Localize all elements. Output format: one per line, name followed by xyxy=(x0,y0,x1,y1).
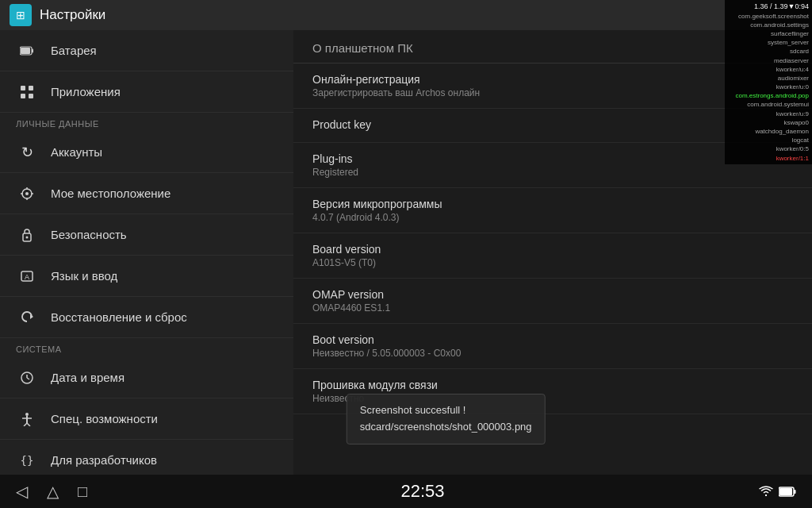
sidebar-item-datetime[interactable]: Дата и время xyxy=(0,357,293,398)
svg-rect-3 xyxy=(21,86,25,90)
row-subtitle: Зарегистрировать ваш Archos онлайн xyxy=(312,87,793,98)
svg-rect-5 xyxy=(21,94,25,98)
sidebar: БатареяПриложенияЛИЧНЫЕ ДАННЫЕ↻АккаунтыМ… xyxy=(0,30,293,475)
row-title: Онлайн-регистрация xyxy=(312,73,793,86)
row-title: Product key xyxy=(312,118,793,131)
row-title: OMAP version xyxy=(312,288,793,301)
sidebar-label-datetime: Дата и время xyxy=(51,371,124,384)
row-title: Board version xyxy=(312,243,793,256)
row-subtitle: A101S-V5 (T0) xyxy=(312,257,793,268)
sidebar-label-accounts: Аккаунты xyxy=(51,145,102,159)
sidebar-item-security[interactable]: Безопасность xyxy=(0,214,293,256)
content-row[interactable]: Boot versionНеизвестно / 5.05.000003 - C… xyxy=(293,324,812,369)
row-title: Версия микропрограммы xyxy=(312,198,793,210)
clock: 22:53 xyxy=(401,481,445,502)
accounts-icon: ↻ xyxy=(16,144,38,161)
sidebar-item-apps[interactable]: Приложения xyxy=(0,71,293,113)
toast-line1: Screenshot succesfull ! xyxy=(360,404,466,416)
content-row[interactable]: Board versionA101S-V5 (T0) xyxy=(293,233,812,279)
sidebar-item-language[interactable]: AЯзык и ввод xyxy=(0,256,293,297)
row-subtitle: Registered xyxy=(312,167,793,178)
row-subtitle: OMAP4460 ES1.1 xyxy=(312,302,793,314)
svg-rect-2 xyxy=(32,48,33,52)
sidebar-label-language: Язык и ввод xyxy=(51,269,117,283)
sidebar-item-backup[interactable]: Восстановление и сброс xyxy=(0,297,293,338)
status-processes: surfaceflinger system_server sdcard medi… xyxy=(728,29,809,163)
row-subtitle: Неизвестно / 5.05.000003 - C0x00 xyxy=(312,348,793,359)
wifi-icon xyxy=(758,485,774,498)
recents-button[interactable]: □ xyxy=(78,483,87,501)
sidebar-item-location[interactable]: Мое местоположение xyxy=(0,173,293,214)
status-app2: com.android.settings xyxy=(728,21,809,29)
top-bar: ⊞ Настройки xyxy=(0,0,812,30)
content-row[interactable]: OMAP versionOMAP4460 ES1.1 xyxy=(293,279,812,324)
svg-rect-32 xyxy=(794,490,796,494)
battery-icon xyxy=(779,487,796,497)
sidebar-section-label: СИСТЕМА xyxy=(0,338,293,357)
sidebar-label-battery: Батарея xyxy=(51,44,97,57)
row-title: Plug-ins xyxy=(312,152,793,165)
location-icon xyxy=(16,187,38,201)
svg-text:A: A xyxy=(25,273,29,281)
sidebar-label-apps: Приложения xyxy=(51,85,121,98)
row-title: Boot version xyxy=(312,333,793,346)
accessibility-icon xyxy=(16,412,38,426)
apps-icon xyxy=(16,85,38,99)
svg-point-8 xyxy=(25,192,29,195)
toast-notification: Screenshot succesfull ! sdcard/screensho… xyxy=(347,394,546,444)
row-title: Прошивка модуля связи xyxy=(312,379,793,391)
svg-line-25 xyxy=(27,423,30,426)
language-icon: A xyxy=(16,269,38,283)
sidebar-label-backup: Восстановление и сброс xyxy=(51,310,187,324)
svg-line-24 xyxy=(24,423,27,426)
security-icon xyxy=(16,228,38,242)
battery-icon xyxy=(16,46,38,56)
svg-rect-31 xyxy=(779,488,792,495)
status-overlay: 1.36 / 1.39▼0:94 com.geeksoft.screenshot… xyxy=(725,0,812,164)
toast-line2: sdcard/screenshots/shot_000003.png xyxy=(360,421,532,433)
sidebar-item-developer[interactable]: {}Для разработчиков xyxy=(0,440,293,475)
page-title: Настройки xyxy=(40,7,105,23)
home-button[interactable]: △ xyxy=(47,482,59,501)
status-app1: com.geeksoft.screenshot xyxy=(728,12,809,21)
back-button[interactable]: ◁ xyxy=(16,482,28,501)
settings-icon: ⊞ xyxy=(10,4,32,26)
datetime-icon xyxy=(16,371,38,385)
content-row[interactable]: Версия микропрограммы4.0.7 (Android 4.0.… xyxy=(293,188,812,233)
bottom-bar: ◁ △ □ 22:53 xyxy=(0,475,812,508)
sidebar-section-label: ЛИЧНЫЕ ДАННЫЕ xyxy=(0,113,293,132)
sidebar-label-location: Мое местоположение xyxy=(51,187,170,200)
svg-rect-6 xyxy=(29,94,33,98)
svg-point-21 xyxy=(25,413,29,416)
sidebar-item-battery[interactable]: Батарея xyxy=(0,30,293,71)
svg-line-20 xyxy=(27,378,29,379)
developer-icon: {} xyxy=(16,454,38,467)
status-fps: 1.36 / 1.39▼0:94 xyxy=(728,2,809,12)
backup-icon xyxy=(16,310,38,325)
status-icons xyxy=(758,485,796,498)
sidebar-label-accessibility: Спец. возможности xyxy=(51,412,158,425)
sidebar-label-security: Безопасность xyxy=(51,228,127,241)
svg-point-14 xyxy=(26,236,29,238)
sidebar-item-accessibility[interactable]: Спец. возможности xyxy=(0,398,293,440)
row-subtitle: 4.0.7 (Android 4.0.3) xyxy=(312,212,793,223)
sidebar-label-developer: Для разработчиков xyxy=(51,453,157,467)
svg-rect-4 xyxy=(29,86,33,90)
svg-rect-1 xyxy=(21,48,30,54)
sidebar-item-accounts[interactable]: ↻Аккаунты xyxy=(0,132,293,173)
